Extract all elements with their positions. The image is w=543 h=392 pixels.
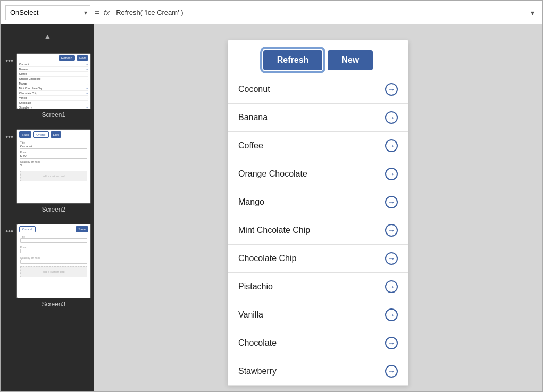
screen1-preview: Refresh New Coconut→ Banana→ Coffee→ Ora… [16, 53, 91, 109]
item-arrow-orange-chocolate: → [385, 168, 398, 180]
fx-label: fx [104, 9, 110, 17]
item-name-vanilla: Vanilla [238, 310, 263, 320]
sidebar: ▲ ••• Refresh New Coconut→ Banana→ Coffe… [1, 24, 94, 392]
item-name-banana: Banana [238, 113, 268, 122]
item-name-coffee: Coffee [238, 141, 263, 151]
equals-sign: = [95, 8, 99, 18]
screen2-wrapper: ••• Back Online Edit Title Coconut Price… [2, 129, 93, 213]
scroll-up-arrow[interactable]: ▲ [42, 30, 54, 43]
list-item[interactable]: Vanilla → [228, 301, 408, 329]
screen1-wrapper: ••• Refresh New Coconut→ Banana→ Coffee→… [2, 53, 93, 119]
item-arrow-pistachio: → [385, 280, 398, 293]
screen1-menu-icon[interactable]: ••• [4, 54, 14, 67]
item-arrow-coconut: → [385, 83, 398, 96]
list-item[interactable]: Coconut → [228, 76, 408, 104]
item-name-mint-chocolate: Mint Chcolate Chip [238, 226, 310, 235]
item-arrow-chocolate-chip: → [385, 252, 398, 265]
new-button[interactable]: New [328, 50, 373, 70]
item-arrow-mango: → [385, 196, 398, 208]
s2-edit-btn: Edit [51, 131, 61, 138]
app-frame: Refresh New Coconut → Banana → Coffee → … [228, 40, 408, 386]
app-top-buttons: Refresh New [228, 40, 408, 76]
sidebar-item-screen3[interactable]: Cancel Save Title Price Quantity on hand [16, 224, 91, 308]
sidebar-item-screen2[interactable]: Back Online Edit Title Coconut Price $ 8… [16, 129, 91, 213]
list-item[interactable]: Banana → [228, 104, 408, 132]
list-item[interactable]: Mint Chcolate Chip → [228, 216, 408, 245]
s1-new-btn: New [77, 55, 88, 61]
list-item[interactable]: Coffee → [228, 132, 408, 160]
s1-list: Coconut→ Banana→ Coffee→ Orange Chocolat… [17, 62, 90, 109]
list-item[interactable]: Stawberry → [228, 357, 408, 386]
s2-online-btn: Online [33, 131, 48, 138]
sidebar-item-screen1[interactable]: Refresh New Coconut→ Banana→ Coffee→ Ora… [16, 53, 91, 119]
s2-back-btn: Back [19, 131, 31, 138]
main-layout: ▲ ••• Refresh New Coconut→ Banana→ Coffe… [1, 24, 542, 392]
screen2-menu-icon[interactable]: ••• [4, 130, 14, 143]
refresh-button[interactable]: Refresh [263, 50, 323, 70]
screen2-preview: Back Online Edit Title Coconut Price $ 8… [16, 129, 91, 204]
screen3-menu-icon[interactable]: ••• [4, 225, 14, 238]
canvas-area: Refresh New Coconut → Banana → Coffee → … [94, 24, 542, 392]
screen2-label: Screen2 [42, 206, 66, 213]
screen3-preview: Cancel Save Title Price Quantity on hand [16, 224, 91, 298]
s3-save-btn: Save [76, 226, 88, 232]
screen3-label: Screen3 [42, 301, 66, 308]
item-name-orange-chocolate: Orange Chocolate [238, 169, 307, 179]
ice-cream-list: Coconut → Banana → Coffee → Orange Choco… [228, 76, 408, 386]
item-name-pistachio: Pistachio [238, 282, 273, 291]
item-name-coconut: Coconut [238, 85, 270, 94]
screen1-label: Screen1 [42, 111, 66, 119]
list-item[interactable]: Chocolate → [228, 329, 408, 357]
item-name-mango: Mango [238, 197, 264, 207]
item-name-chocolate-chip: Chocolate Chip [238, 254, 296, 263]
property-select[interactable]: OnSelect [5, 5, 90, 20]
s3-cancel-btn: Cancel [19, 226, 36, 232]
formula-input[interactable] [114, 5, 523, 20]
item-arrow-stawberry: → [385, 365, 398, 378]
item-name-chocolate: Chocolate [238, 338, 277, 348]
formula-select-wrapper[interactable]: OnSelect [5, 5, 90, 20]
item-arrow-coffee: → [385, 139, 398, 152]
screen3-wrapper: ••• Cancel Save Title Price [2, 224, 93, 308]
item-arrow-banana: → [385, 111, 398, 124]
formula-bar: OnSelect = fx ▾ [1, 1, 542, 24]
formula-dropdown-button[interactable]: ▾ [528, 7, 538, 18]
list-item[interactable]: Orange Chocolate → [228, 160, 408, 188]
list-item[interactable]: Pistachio → [228, 273, 408, 301]
list-item[interactable]: Chocolate Chip → [228, 245, 408, 273]
list-item[interactable]: Mango → [228, 188, 408, 216]
item-arrow-mint-chocolate: → [385, 224, 398, 237]
s1-refresh-btn: Refresh [59, 55, 75, 61]
item-arrow-vanilla: → [385, 308, 398, 321]
item-name-stawberry: Stawberry [238, 366, 277, 376]
item-arrow-chocolate: → [385, 337, 398, 349]
